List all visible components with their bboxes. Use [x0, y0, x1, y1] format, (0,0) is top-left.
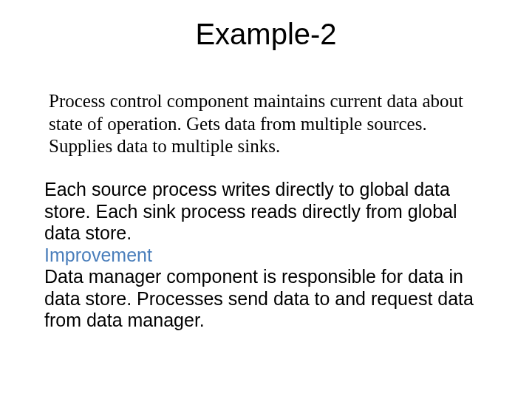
- paragraph-1: Process control component maintains curr…: [49, 90, 485, 158]
- paragraph-2a: Each source process writes directly to g…: [44, 179, 457, 243]
- paragraph-2b: Data manager component is responsible fo…: [44, 266, 474, 330]
- improvement-heading: Improvement: [44, 245, 152, 265]
- paragraph-2: Each source process writes directly to g…: [44, 179, 480, 332]
- slide: Example-2 Process control component main…: [0, 0, 532, 399]
- slide-title: Example-2: [0, 18, 532, 51]
